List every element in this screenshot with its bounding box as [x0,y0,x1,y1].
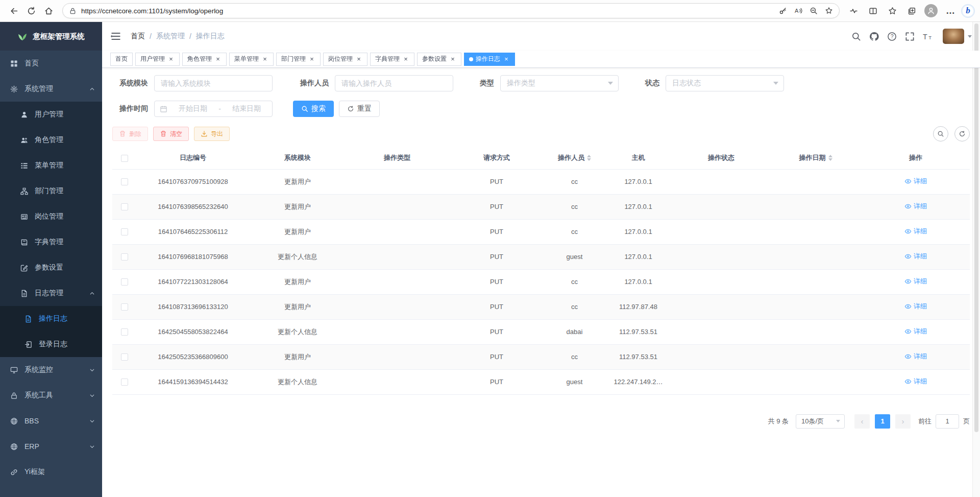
sidebar-item-dict-mgmt[interactable]: 字典管理 [0,229,102,255]
browser-home-button[interactable] [40,2,57,19]
url-text[interactable]: https://ccnetcore.com:1101/system/log/op… [81,7,779,15]
row-checkbox[interactable] [121,178,128,185]
detail-link[interactable]: 详细 [904,202,927,211]
header-search-icon[interactable] [851,32,861,41]
table-header-cell[interactable]: 系统模块 [249,147,346,169]
status-select[interactable]: 日志状态 [666,75,784,91]
search-button[interactable]: 搜索 [293,101,334,117]
table-header-cell[interactable]: 操作类型 [346,147,448,169]
page-number-button[interactable]: 1 [875,414,890,429]
table-header-cell[interactable]: 操作状态 [673,147,770,169]
sidebar-item-erp[interactable]: ERP [0,434,102,459]
browser-settings-menu-button[interactable]: … [942,2,959,19]
page-size-select[interactable]: 10条/页 [796,414,845,429]
favorite-add-icon[interactable] [825,7,833,15]
goto-page-input[interactable] [936,414,959,429]
copilot-bing-button[interactable]: b [961,4,975,18]
help-icon[interactable]: ? [887,32,897,41]
sort-carets[interactable] [828,155,832,161]
sidebar-item-login-log[interactable]: 登录日志 [0,332,102,357]
toggle-search-button[interactable] [933,126,948,141]
sidebar-item-sys-monitor[interactable]: 系统监控 [0,357,102,383]
sidebar-item-post-mgmt[interactable]: 岗位管理 [0,204,102,229]
detail-link[interactable]: 详细 [904,302,927,311]
tab[interactable]: 参数设置 × [417,53,461,66]
sort-carets[interactable] [587,155,591,161]
address-bar[interactable]: https://ccnetcore.com:1101/system/log/op… [62,3,840,18]
scrollbar-thumb[interactable] [974,23,978,432]
browser-scrollbar[interactable] [972,22,980,497]
tab-close-icon[interactable]: × [308,56,315,63]
delete-button[interactable]: 删除 [112,127,148,141]
tab[interactable]: 字典管理 × [370,53,414,66]
table-header-cell[interactable]: 操作日期 [770,147,862,169]
app-logo[interactable]: 意框架管理系统 [0,22,102,51]
row-checkbox[interactable] [121,303,128,311]
tab-close-icon[interactable]: × [402,56,409,63]
detail-link[interactable]: 详细 [904,377,927,386]
tab[interactable]: 用户管理 × [135,53,180,66]
prev-page-button[interactable]: ‹ [854,414,870,429]
password-key-icon[interactable] [779,7,787,15]
detail-link[interactable]: 详细 [904,177,927,186]
breadcrumb-system-mgmt[interactable]: 系统管理 [156,32,185,41]
tab[interactable]: 菜单管理 × [229,53,274,66]
zoom-icon[interactable] [810,7,818,15]
sidebar-item-sys-tools[interactable]: 系统工具 [0,383,102,408]
row-checkbox[interactable] [121,203,128,210]
sidebar-item-user-mgmt[interactable]: 用户管理 [0,102,102,127]
user-menu[interactable] [943,29,972,44]
operator-input[interactable] [335,75,453,91]
detail-link[interactable]: 详细 [904,227,927,236]
detail-link[interactable]: 详细 [904,277,927,286]
table-header-cell[interactable]: 日志编号 [137,147,249,169]
table-header-cell[interactable]: 操作人员 [545,147,604,169]
sidebar-item-param-settings[interactable]: 参数设置 [0,255,102,280]
detail-link[interactable]: 详细 [904,252,927,261]
sidebar-toggle-icon[interactable] [110,31,121,42]
start-date[interactable]: 开始日期 [173,104,213,113]
tab-close-icon[interactable]: × [261,56,268,63]
row-checkbox[interactable] [121,353,128,361]
sidebar-item-dept-mgmt[interactable]: 部门管理 [0,178,102,204]
tab[interactable]: 部门管理 × [276,53,321,66]
table-header-cell[interactable]: 主机 [604,147,673,169]
detail-link[interactable]: 详细 [904,352,927,361]
browser-essentials-button[interactable] [845,2,862,19]
browser-refresh-button[interactable] [22,2,40,19]
tab-close-icon[interactable]: × [355,56,362,63]
tab-close-icon[interactable]: × [214,56,222,63]
sidebar-item-log-mgmt[interactable]: 日志管理 [0,280,102,306]
clear-button[interactable]: 清空 [153,127,189,141]
row-checkbox[interactable] [121,378,128,386]
read-aloud-icon[interactable]: A [794,7,802,15]
tab[interactable]: 操作日志 × [464,53,515,66]
end-date[interactable]: 结束日期 [226,104,267,113]
breadcrumb-home[interactable]: 首页 [131,32,145,41]
table-header-cell[interactable]: 请求方式 [448,147,545,169]
row-checkbox[interactable] [121,278,128,286]
sidebar-item-menu-mgmt[interactable]: 菜单管理 [0,153,102,178]
export-button[interactable]: 导出 [194,127,230,141]
next-page-button[interactable]: › [895,414,911,429]
row-checkbox[interactable] [121,328,128,336]
row-checkbox[interactable] [121,228,128,235]
module-input[interactable] [154,75,273,91]
fullscreen-icon[interactable] [905,32,915,41]
table-header-cell[interactable]: 操作 [862,147,970,169]
sidebar-item-yi-framework[interactable]: Yi框架 [0,459,102,485]
browser-back-button[interactable] [5,2,22,19]
tab-close-icon[interactable]: × [449,56,456,63]
browser-profile-button[interactable] [922,2,940,19]
sidebar-item-home[interactable]: 首页 [0,51,102,76]
detail-link[interactable]: 详细 [904,327,927,336]
reset-button[interactable]: 重置 [339,101,380,117]
tab-close-icon[interactable]: × [167,56,175,63]
row-checkbox[interactable] [121,253,128,261]
tab[interactable]: 首页 × [110,53,133,66]
select-all-checkbox[interactable] [121,155,128,162]
sidebar-item-system-mgmt[interactable]: 系统管理 [0,76,102,102]
favorites-button[interactable] [884,2,901,19]
split-screen-button[interactable] [864,2,881,19]
date-range-picker[interactable]: 开始日期 - 结束日期 [154,101,273,117]
